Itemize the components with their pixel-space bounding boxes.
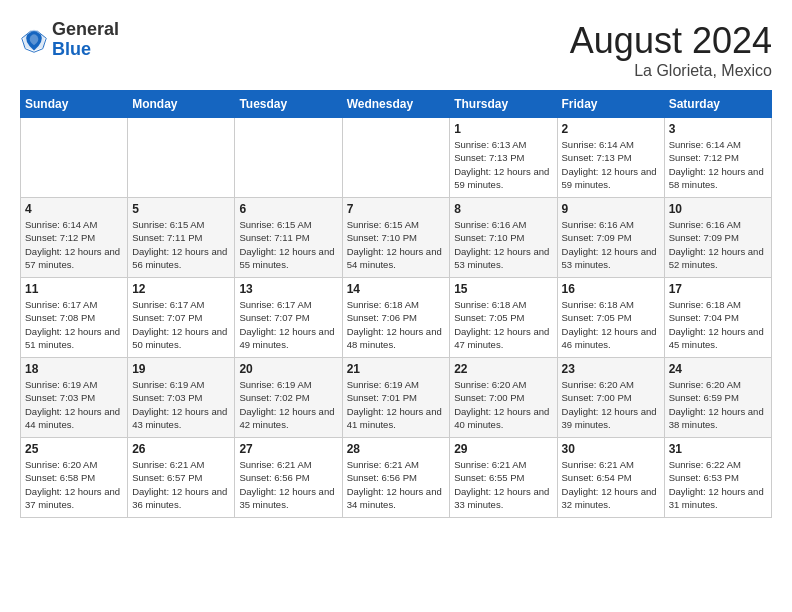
weekday-header-tuesday: Tuesday [235, 91, 342, 118]
day-info-19: Sunrise: 6:19 AMSunset: 7:03 PMDaylight:… [132, 378, 230, 431]
day-cell-13: 13Sunrise: 6:17 AMSunset: 7:07 PMDayligh… [235, 278, 342, 358]
day-cell-5: 5Sunrise: 6:15 AMSunset: 7:11 PMDaylight… [128, 198, 235, 278]
day-cell-4: 4Sunrise: 6:14 AMSunset: 7:12 PMDaylight… [21, 198, 128, 278]
day-info-17: Sunrise: 6:18 AMSunset: 7:04 PMDaylight:… [669, 298, 767, 351]
day-number-29: 29 [454, 442, 552, 456]
day-info-24: Sunrise: 6:20 AMSunset: 6:59 PMDaylight:… [669, 378, 767, 431]
day-number-26: 26 [132, 442, 230, 456]
day-number-7: 7 [347, 202, 446, 216]
day-number-24: 24 [669, 362, 767, 376]
day-number-2: 2 [562, 122, 660, 136]
day-number-19: 19 [132, 362, 230, 376]
day-cell-3: 3Sunrise: 6:14 AMSunset: 7:12 PMDaylight… [664, 118, 771, 198]
day-number-4: 4 [25, 202, 123, 216]
weekday-header-wednesday: Wednesday [342, 91, 450, 118]
logo-blue-text: Blue [52, 39, 91, 59]
logo: General Blue [20, 20, 119, 60]
day-cell-14: 14Sunrise: 6:18 AMSunset: 7:06 PMDayligh… [342, 278, 450, 358]
day-info-26: Sunrise: 6:21 AMSunset: 6:57 PMDaylight:… [132, 458, 230, 511]
day-cell-30: 30Sunrise: 6:21 AMSunset: 6:54 PMDayligh… [557, 438, 664, 518]
day-cell-26: 26Sunrise: 6:21 AMSunset: 6:57 PMDayligh… [128, 438, 235, 518]
day-number-21: 21 [347, 362, 446, 376]
day-number-13: 13 [239, 282, 337, 296]
weekday-header-monday: Monday [128, 91, 235, 118]
day-cell-7: 7Sunrise: 6:15 AMSunset: 7:10 PMDaylight… [342, 198, 450, 278]
day-info-28: Sunrise: 6:21 AMSunset: 6:56 PMDaylight:… [347, 458, 446, 511]
day-info-10: Sunrise: 6:16 AMSunset: 7:09 PMDaylight:… [669, 218, 767, 271]
day-number-3: 3 [669, 122, 767, 136]
day-number-14: 14 [347, 282, 446, 296]
day-number-30: 30 [562, 442, 660, 456]
day-cell-24: 24Sunrise: 6:20 AMSunset: 6:59 PMDayligh… [664, 358, 771, 438]
day-info-6: Sunrise: 6:15 AMSunset: 7:11 PMDaylight:… [239, 218, 337, 271]
day-number-15: 15 [454, 282, 552, 296]
day-info-9: Sunrise: 6:16 AMSunset: 7:09 PMDaylight:… [562, 218, 660, 271]
day-cell-8: 8Sunrise: 6:16 AMSunset: 7:10 PMDaylight… [450, 198, 557, 278]
day-number-11: 11 [25, 282, 123, 296]
title-block: August 2024 La Glorieta, Mexico [570, 20, 772, 80]
weekday-header-row: SundayMondayTuesdayWednesdayThursdayFrid… [21, 91, 772, 118]
day-info-3: Sunrise: 6:14 AMSunset: 7:12 PMDaylight:… [669, 138, 767, 191]
day-info-7: Sunrise: 6:15 AMSunset: 7:10 PMDaylight:… [347, 218, 446, 271]
month-year-title: August 2024 [570, 20, 772, 62]
day-info-2: Sunrise: 6:14 AMSunset: 7:13 PMDaylight:… [562, 138, 660, 191]
weekday-header-friday: Friday [557, 91, 664, 118]
day-info-11: Sunrise: 6:17 AMSunset: 7:08 PMDaylight:… [25, 298, 123, 351]
day-number-31: 31 [669, 442, 767, 456]
day-info-25: Sunrise: 6:20 AMSunset: 6:58 PMDaylight:… [25, 458, 123, 511]
day-cell-18: 18Sunrise: 6:19 AMSunset: 7:03 PMDayligh… [21, 358, 128, 438]
day-number-8: 8 [454, 202, 552, 216]
day-cell-1: 1Sunrise: 6:13 AMSunset: 7:13 PMDaylight… [450, 118, 557, 198]
logo-text: General Blue [52, 20, 119, 60]
day-number-10: 10 [669, 202, 767, 216]
day-cell-20: 20Sunrise: 6:19 AMSunset: 7:02 PMDayligh… [235, 358, 342, 438]
day-cell-16: 16Sunrise: 6:18 AMSunset: 7:05 PMDayligh… [557, 278, 664, 358]
empty-cell [128, 118, 235, 198]
day-number-1: 1 [454, 122, 552, 136]
weekday-header-saturday: Saturday [664, 91, 771, 118]
day-cell-29: 29Sunrise: 6:21 AMSunset: 6:55 PMDayligh… [450, 438, 557, 518]
day-info-15: Sunrise: 6:18 AMSunset: 7:05 PMDaylight:… [454, 298, 552, 351]
day-info-30: Sunrise: 6:21 AMSunset: 6:54 PMDaylight:… [562, 458, 660, 511]
day-cell-19: 19Sunrise: 6:19 AMSunset: 7:03 PMDayligh… [128, 358, 235, 438]
day-cell-6: 6Sunrise: 6:15 AMSunset: 7:11 PMDaylight… [235, 198, 342, 278]
day-info-13: Sunrise: 6:17 AMSunset: 7:07 PMDaylight:… [239, 298, 337, 351]
day-info-23: Sunrise: 6:20 AMSunset: 7:00 PMDaylight:… [562, 378, 660, 431]
day-cell-22: 22Sunrise: 6:20 AMSunset: 7:00 PMDayligh… [450, 358, 557, 438]
day-info-31: Sunrise: 6:22 AMSunset: 6:53 PMDaylight:… [669, 458, 767, 511]
day-number-6: 6 [239, 202, 337, 216]
week-row-1: 1Sunrise: 6:13 AMSunset: 7:13 PMDaylight… [21, 118, 772, 198]
day-cell-21: 21Sunrise: 6:19 AMSunset: 7:01 PMDayligh… [342, 358, 450, 438]
day-number-23: 23 [562, 362, 660, 376]
calendar-table: SundayMondayTuesdayWednesdayThursdayFrid… [20, 90, 772, 518]
day-number-27: 27 [239, 442, 337, 456]
day-info-5: Sunrise: 6:15 AMSunset: 7:11 PMDaylight:… [132, 218, 230, 271]
day-info-4: Sunrise: 6:14 AMSunset: 7:12 PMDaylight:… [25, 218, 123, 271]
day-number-18: 18 [25, 362, 123, 376]
empty-cell [21, 118, 128, 198]
location-subtitle: La Glorieta, Mexico [570, 62, 772, 80]
day-number-17: 17 [669, 282, 767, 296]
week-row-4: 18Sunrise: 6:19 AMSunset: 7:03 PMDayligh… [21, 358, 772, 438]
day-number-16: 16 [562, 282, 660, 296]
day-cell-23: 23Sunrise: 6:20 AMSunset: 7:00 PMDayligh… [557, 358, 664, 438]
day-cell-10: 10Sunrise: 6:16 AMSunset: 7:09 PMDayligh… [664, 198, 771, 278]
day-info-20: Sunrise: 6:19 AMSunset: 7:02 PMDaylight:… [239, 378, 337, 431]
logo-icon [20, 26, 48, 54]
day-info-8: Sunrise: 6:16 AMSunset: 7:10 PMDaylight:… [454, 218, 552, 271]
day-cell-17: 17Sunrise: 6:18 AMSunset: 7:04 PMDayligh… [664, 278, 771, 358]
empty-cell [342, 118, 450, 198]
day-info-22: Sunrise: 6:20 AMSunset: 7:00 PMDaylight:… [454, 378, 552, 431]
day-info-12: Sunrise: 6:17 AMSunset: 7:07 PMDaylight:… [132, 298, 230, 351]
day-cell-9: 9Sunrise: 6:16 AMSunset: 7:09 PMDaylight… [557, 198, 664, 278]
week-row-2: 4Sunrise: 6:14 AMSunset: 7:12 PMDaylight… [21, 198, 772, 278]
day-cell-28: 28Sunrise: 6:21 AMSunset: 6:56 PMDayligh… [342, 438, 450, 518]
empty-cell [235, 118, 342, 198]
day-info-29: Sunrise: 6:21 AMSunset: 6:55 PMDaylight:… [454, 458, 552, 511]
day-number-9: 9 [562, 202, 660, 216]
day-info-14: Sunrise: 6:18 AMSunset: 7:06 PMDaylight:… [347, 298, 446, 351]
day-info-1: Sunrise: 6:13 AMSunset: 7:13 PMDaylight:… [454, 138, 552, 191]
day-number-22: 22 [454, 362, 552, 376]
day-info-27: Sunrise: 6:21 AMSunset: 6:56 PMDaylight:… [239, 458, 337, 511]
page-header: General Blue August 2024 La Glorieta, Me… [20, 20, 772, 80]
